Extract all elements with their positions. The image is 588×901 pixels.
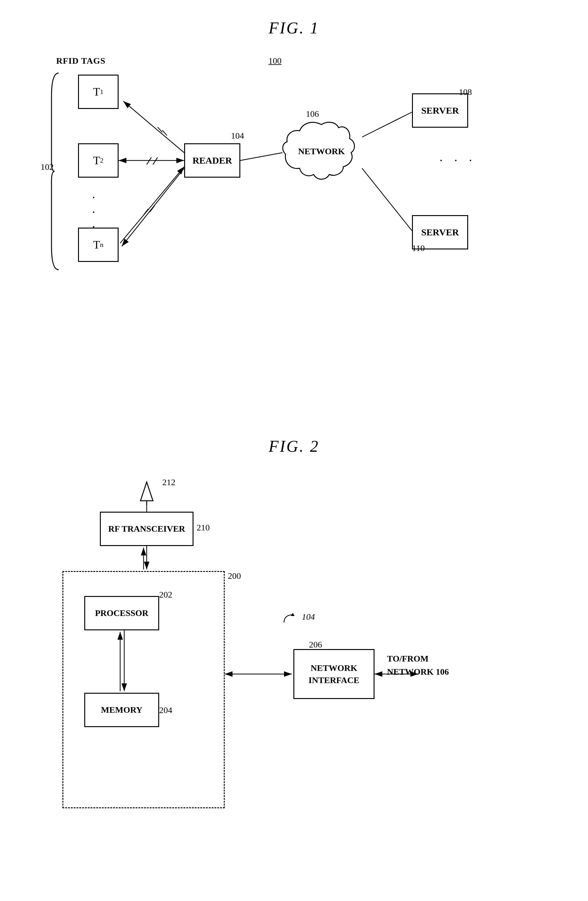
network-interface-label: NETWORKINTERFACE [309, 662, 359, 686]
rfid-tags-label: RFID TAGS [56, 56, 106, 66]
fig1-diagram: RFID TAGS 100 102 T1 T2 ··· Tn [37, 50, 551, 405]
tag-t2: T2 [78, 143, 118, 178]
tag-t1-letter: T [93, 85, 100, 98]
label-212: 212 [162, 477, 176, 487]
server-top-box: SERVER [412, 94, 468, 128]
svg-line-4 [158, 127, 162, 132]
svg-line-9 [120, 167, 184, 243]
fig2-section: FIG. 2 212 RF TRANSCEIVER 210 200 PROCES… [37, 437, 551, 887]
fig1-title: FIG. 1 [37, 19, 551, 37]
fig1-section: FIG. 1 RFID TAGS 100 102 T1 T2 ··· Tn [37, 19, 551, 418]
fig2-diagram: 212 RF TRANSCEIVER 210 200 PROCESSOR 202… [37, 474, 551, 899]
tag-t1-sub: 1 [100, 88, 104, 96]
label-106: 106 [306, 109, 319, 119]
label-110: 110 [412, 243, 425, 253]
svg-line-5 [162, 130, 167, 136]
rf-transceiver-label: RF TRANSCEIVER [108, 523, 185, 535]
svg-line-3 [123, 101, 184, 153]
svg-line-11 [150, 206, 154, 212]
svg-line-13 [240, 153, 282, 161]
processor-label: PROCESSOR [95, 608, 148, 618]
tag-tn-letter: T [93, 238, 100, 251]
reader-box: READER [184, 143, 240, 178]
svg-line-14 [362, 112, 412, 137]
memory-label: MEMORY [101, 705, 143, 715]
label-206: 206 [309, 640, 322, 650]
label-204: 204 [159, 705, 172, 715]
tag-tn: Tn [78, 228, 118, 262]
reader-label: READER [193, 155, 232, 166]
label-104: 104 [231, 131, 244, 141]
svg-line-12 [122, 168, 184, 246]
page: FIG. 1 RFID TAGS 100 102 T1 T2 ··· Tn [0, 0, 588, 901]
svg-line-10 [143, 209, 148, 215]
label-200: 200 [228, 571, 241, 581]
svg-line-8 [153, 157, 158, 165]
memory-box: MEMORY [84, 693, 159, 727]
label-102: 102 [40, 162, 54, 172]
svg-marker-18 [291, 613, 295, 616]
rf-transceiver-box: RF TRANSCEIVER [100, 512, 193, 546]
processor-box: PROCESSOR [84, 596, 159, 630]
svg-line-7 [147, 157, 151, 165]
label-100: 100 [268, 56, 282, 66]
label-202: 202 [159, 590, 172, 600]
antenna-symbol [137, 480, 156, 505]
svg-text:NETWORK: NETWORK [298, 147, 345, 156]
svg-marker-16 [140, 482, 153, 501]
tag-t2-letter: T [93, 154, 100, 167]
network-interface-box: NETWORKINTERFACE [293, 649, 375, 699]
label-104-text: 104 [302, 612, 315, 622]
dots-servers: ··· [434, 159, 478, 165]
svg-line-15 [362, 168, 412, 231]
network-cloud: NETWORK [281, 118, 362, 187]
fig2-title: FIG. 2 [37, 437, 551, 455]
server2-label: SERVER [422, 227, 459, 238]
server1-label: SERVER [422, 105, 459, 116]
to-from-label: TO/FROMNETWORK 106 [387, 652, 449, 678]
label-108: 108 [459, 87, 472, 97]
tag-t1: T1 [78, 75, 118, 109]
label-104-fig2: 104 [281, 612, 315, 624]
tag-t2-sub: 2 [100, 156, 104, 165]
label-210: 210 [197, 522, 210, 533]
tag-tn-sub: n [100, 241, 104, 249]
